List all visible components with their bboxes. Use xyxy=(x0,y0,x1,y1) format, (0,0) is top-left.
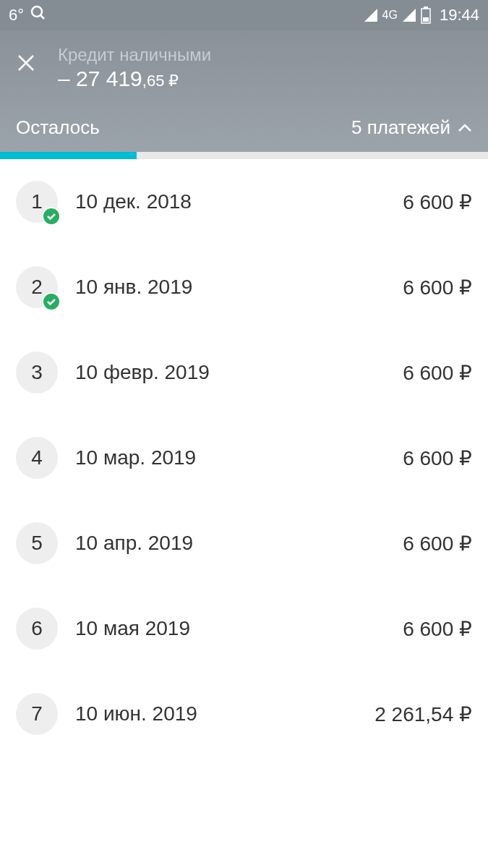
header-info: Кредит наличными – 27 419,65 ₽ xyxy=(58,45,472,91)
status-bar-left: 6° xyxy=(9,4,47,26)
payments-count-label: 5 платежей xyxy=(351,116,450,139)
progress-fill xyxy=(0,152,137,159)
signal-icon-2 xyxy=(402,8,416,22)
payment-amount: 2 261,54 ₽ xyxy=(374,702,472,726)
time-label: 19:44 xyxy=(440,6,479,25)
payment-row[interactable]: 310 февр. 20196 600 ₽ xyxy=(0,330,488,415)
loan-amount: – 27 419,65 ₽ xyxy=(58,67,472,91)
payment-date: 10 мар. 2019 xyxy=(75,446,385,469)
header-top: Кредит наличными – 27 419,65 ₽ xyxy=(16,45,472,116)
payment-amount: 6 600 ₽ xyxy=(403,190,472,214)
battery-icon xyxy=(421,7,431,24)
check-icon xyxy=(42,207,61,226)
payment-row[interactable]: 410 мар. 20196 600 ₽ xyxy=(0,415,488,501)
network-label: 4G xyxy=(382,9,398,22)
payment-amount: 6 600 ₽ xyxy=(403,361,472,385)
check-icon xyxy=(42,292,61,311)
payment-number-badge: 3 xyxy=(16,352,58,393)
amount-decimal: ,65 ₽ xyxy=(142,72,179,90)
payment-date: 10 апр. 2019 xyxy=(75,532,385,555)
payment-row[interactable]: 710 июн. 20192 261,54 ₽ xyxy=(0,671,488,757)
payment-date: 10 февр. 2019 xyxy=(75,361,385,384)
remaining-label: Осталось xyxy=(16,116,100,139)
payments-list: 110 дек. 20186 600 ₽210 янв. 20196 600 ₽… xyxy=(0,159,488,757)
payment-row[interactable]: 210 янв. 20196 600 ₽ xyxy=(0,244,488,330)
header: Кредит наличными – 27 419,65 ₽ Осталось … xyxy=(0,30,488,152)
payment-date: 10 июн. 2019 xyxy=(75,702,357,726)
progress-bar xyxy=(0,152,488,159)
payment-date: 10 дек. 2018 xyxy=(75,190,385,213)
close-button[interactable] xyxy=(16,45,36,77)
payment-number-badge: 2 xyxy=(16,266,58,308)
payment-row[interactable]: 610 мая 20196 600 ₽ xyxy=(0,586,488,671)
payment-amount: 6 600 ₽ xyxy=(403,276,472,299)
header-bottom: Осталось 5 платежей xyxy=(16,116,472,152)
svg-rect-4 xyxy=(423,17,429,22)
payment-row[interactable]: 510 апр. 20196 600 ₽ xyxy=(0,501,488,586)
payment-number-badge: 6 xyxy=(16,608,58,650)
payment-row[interactable]: 110 дек. 20186 600 ₽ xyxy=(0,159,488,244)
amount-main: – 27 419 xyxy=(58,67,142,90)
status-bar-right: 4G 19:44 xyxy=(364,6,479,25)
payment-number-badge: 4 xyxy=(16,437,58,479)
chevron-up-icon xyxy=(458,124,472,132)
search-icon xyxy=(30,4,47,26)
payment-date: 10 мая 2019 xyxy=(75,617,385,640)
loan-title: Кредит наличными xyxy=(58,45,472,65)
payments-toggle[interactable]: 5 платежей xyxy=(351,116,472,139)
payment-number-badge: 7 xyxy=(16,693,58,735)
payment-amount: 6 600 ₽ xyxy=(403,446,472,470)
payment-amount: 6 600 ₽ xyxy=(403,532,472,556)
payment-date: 10 янв. 2019 xyxy=(75,276,385,299)
status-bar: 6° 4G 19:44 xyxy=(0,0,488,30)
signal-icon xyxy=(364,8,378,22)
payment-amount: 6 600 ₽ xyxy=(403,617,472,641)
temperature-label: 6° xyxy=(9,6,24,25)
svg-point-0 xyxy=(32,7,42,17)
payment-number-badge: 5 xyxy=(16,522,58,564)
payment-number-badge: 1 xyxy=(16,181,58,223)
svg-line-1 xyxy=(40,15,44,19)
